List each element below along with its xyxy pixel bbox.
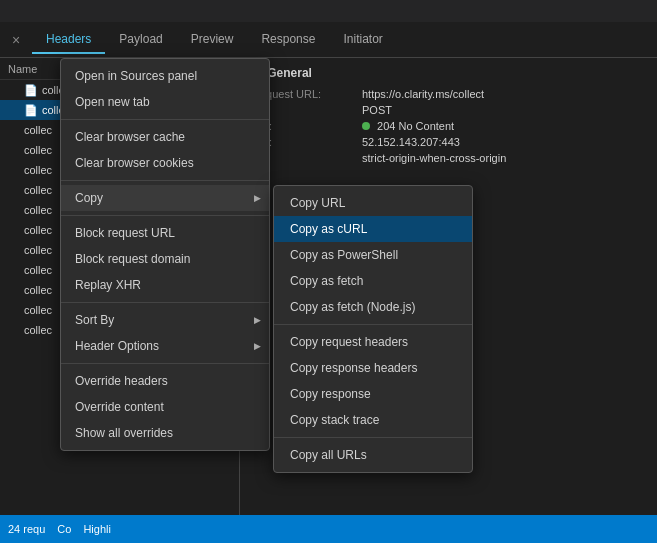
submenu-item-copy-curl[interactable]: Copy as cURL bbox=[274, 216, 472, 242]
menu-item-block-url[interactable]: Block request URL bbox=[61, 220, 269, 246]
menu-divider bbox=[61, 215, 269, 216]
menu-item-block-domain[interactable]: Block request domain bbox=[61, 246, 269, 272]
menu-item-clear-cache[interactable]: Clear browser cache bbox=[61, 124, 269, 150]
submenu-item-copy-all-urls[interactable]: Copy all URLs bbox=[274, 442, 472, 468]
detail-row-referrer: y: strict-origin-when-cross-origin bbox=[252, 152, 645, 164]
submenu-item-copy-url[interactable]: Copy URL bbox=[274, 190, 472, 216]
detail-row-method: od: POST bbox=[252, 104, 645, 116]
detail-row-status: ess: 204 No Content bbox=[252, 120, 645, 132]
file-icon: 📄 bbox=[24, 104, 38, 117]
detail-row-url: Request URL: https://o.clarity.ms/collec… bbox=[252, 88, 645, 100]
menu-item-replay-xhr[interactable]: Replay XHR bbox=[61, 272, 269, 298]
menu-item-clear-cookies[interactable]: Clear browser cookies bbox=[61, 150, 269, 176]
submenu-divider bbox=[274, 324, 472, 325]
submenu-divider bbox=[274, 437, 472, 438]
context-menu: Open in Sources panel Open new tab Clear… bbox=[60, 58, 270, 451]
submenu-item-copy-fetch[interactable]: Copy as fetch bbox=[274, 268, 472, 294]
menu-item-open-tab[interactable]: Open new tab bbox=[61, 89, 269, 115]
submenu-item-copy-response[interactable]: Copy response bbox=[274, 381, 472, 407]
tab-bar: × Headers Payload Preview Response Initi… bbox=[0, 22, 657, 58]
bottom-highlight-label: Highli bbox=[83, 523, 111, 535]
submenu-item-copy-stack-trace[interactable]: Copy stack trace bbox=[274, 407, 472, 433]
tab-payload[interactable]: Payload bbox=[105, 26, 176, 54]
close-tab-icon[interactable]: × bbox=[8, 32, 24, 48]
detail-value-referrer: strict-origin-when-cross-origin bbox=[362, 152, 506, 164]
menu-divider bbox=[61, 119, 269, 120]
status-dot-icon bbox=[362, 122, 370, 130]
detail-value-address: 52.152.143.207:443 bbox=[362, 136, 460, 148]
timeline-bar bbox=[0, 0, 657, 22]
submenu-item-copy-powershell[interactable]: Copy as PowerShell bbox=[274, 242, 472, 268]
menu-item-show-all-overrides[interactable]: Show all overrides bbox=[61, 420, 269, 446]
menu-item-override-headers[interactable]: Override headers bbox=[61, 368, 269, 394]
submenu-item-copy-response-headers[interactable]: Copy response headers bbox=[274, 355, 472, 381]
menu-item-header-options[interactable]: Header Options bbox=[61, 333, 269, 359]
detail-value-status: 204 No Content bbox=[362, 120, 454, 132]
submenu-item-copy-fetch-node[interactable]: Copy as fetch (Node.js) bbox=[274, 294, 472, 320]
tab-response[interactable]: Response bbox=[247, 26, 329, 54]
tab-preview[interactable]: Preview bbox=[177, 26, 248, 54]
menu-item-sort-by[interactable]: Sort By bbox=[61, 307, 269, 333]
menu-divider bbox=[61, 363, 269, 364]
menu-divider bbox=[61, 302, 269, 303]
bottom-requests-label: 24 requ bbox=[8, 523, 45, 535]
copy-submenu: Copy URL Copy as cURL Copy as PowerShell… bbox=[273, 185, 473, 473]
detail-row-address: ess: 52.152.143.207:443 bbox=[252, 136, 645, 148]
timeline-area bbox=[0, 0, 657, 22]
detail-value-url: https://o.clarity.ms/collect bbox=[362, 88, 484, 100]
submenu-item-copy-request-headers[interactable]: Copy request headers bbox=[274, 329, 472, 355]
menu-item-copy[interactable]: Copy Copy URL Copy as cURL Copy as Power… bbox=[61, 185, 269, 211]
general-section-header: ▼ General bbox=[252, 66, 645, 80]
context-menu-overlay: Open in Sources panel Open new tab Clear… bbox=[60, 58, 270, 451]
submenu-container: Copy URL Copy as cURL Copy as PowerShell… bbox=[273, 185, 473, 473]
menu-item-open-sources[interactable]: Open in Sources panel bbox=[61, 63, 269, 89]
menu-item-override-content[interactable]: Override content bbox=[61, 394, 269, 420]
file-icon: 📄 bbox=[24, 84, 38, 97]
detail-value-method: POST bbox=[362, 104, 392, 116]
tab-headers[interactable]: Headers bbox=[32, 26, 105, 54]
bottom-bar: 24 requ Co Highli bbox=[0, 515, 657, 543]
bottom-tab1-label: Co bbox=[57, 523, 71, 535]
tab-initiator[interactable]: Initiator bbox=[329, 26, 396, 54]
menu-divider bbox=[61, 180, 269, 181]
